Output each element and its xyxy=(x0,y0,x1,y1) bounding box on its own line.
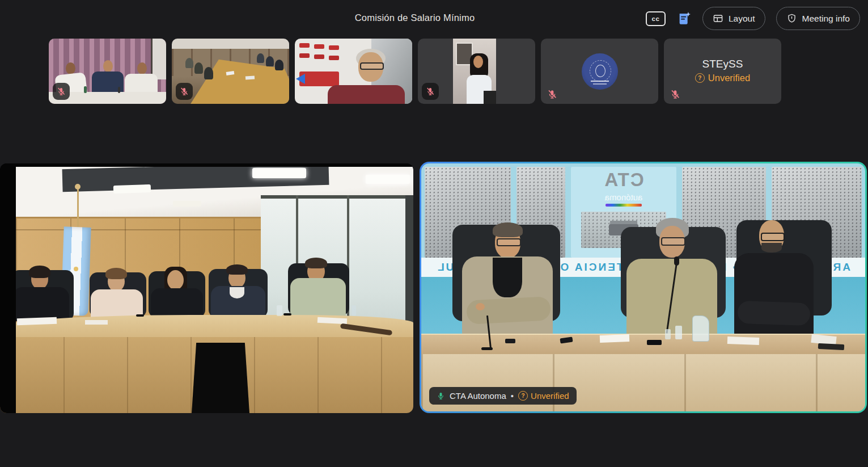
bottle xyxy=(118,87,120,93)
unverified-badge: ? Unverified xyxy=(664,73,781,83)
foreground-object xyxy=(484,91,496,104)
unverified-badge-label: Unverified xyxy=(531,391,569,401)
question-circle-icon: ? xyxy=(695,73,705,83)
video-letterbox-left xyxy=(0,163,16,413)
participant-name: CTA Autonoma xyxy=(450,391,506,401)
muted-mic-badge xyxy=(53,83,70,100)
person-glasses xyxy=(661,237,685,246)
logo-row-mark xyxy=(329,56,339,60)
logo-row-mark xyxy=(299,53,310,58)
window-edge xyxy=(405,195,413,328)
person-hair xyxy=(105,268,127,279)
thumb-tile-cta-speaker[interactable] xyxy=(295,39,412,104)
speaker-torso xyxy=(328,85,405,104)
seal-text-line xyxy=(591,81,609,82)
top-bar: Comisión de Salario Mínimo cc Layout Mee… xyxy=(0,0,868,37)
phone xyxy=(505,339,515,343)
take-notes-gemini-icon[interactable] xyxy=(676,11,692,26)
person-torso xyxy=(290,278,346,318)
seal-emblem xyxy=(595,65,606,77)
table-mic-base xyxy=(481,347,493,350)
person-blob xyxy=(185,58,193,68)
water-pitcher xyxy=(692,315,709,342)
logo-row-mark xyxy=(314,44,324,49)
banner-fragment: ETENCIA OB xyxy=(549,261,632,274)
mic-off-icon xyxy=(426,87,435,96)
table-mic xyxy=(283,313,291,315)
seal-text-line xyxy=(593,83,607,85)
logo-row-mark xyxy=(329,45,339,50)
muted-mic-badge xyxy=(422,83,439,100)
cta-video: CTA autónoma ARZO • LA ETENCIA OB OPUL xyxy=(421,163,865,411)
wiphala-strip xyxy=(606,204,642,207)
logo-row-mark xyxy=(299,43,310,48)
mic-off-icon xyxy=(180,87,189,96)
water-glass xyxy=(352,305,356,315)
layout-button-label: Layout xyxy=(729,14,755,24)
ceiling-light xyxy=(252,168,306,178)
window-strip xyxy=(151,39,166,79)
meeting-info-button[interactable]: Meeting info xyxy=(776,7,860,30)
person-head xyxy=(66,62,75,74)
person-torso xyxy=(12,287,69,321)
cta-logo-triangle xyxy=(296,74,305,84)
person-head xyxy=(473,56,483,68)
meet-window: Comisión de Salario Mínimo cc Layout Mee… xyxy=(0,0,868,467)
person-blob xyxy=(194,62,203,74)
water-glass xyxy=(675,326,682,339)
person-glasses xyxy=(497,238,521,246)
flag-sun xyxy=(74,267,78,271)
person-hair xyxy=(305,258,327,268)
person-head xyxy=(137,62,147,74)
table-paper xyxy=(85,320,108,325)
muted-mic-icon xyxy=(547,89,557,99)
cta-logo-text: CTA xyxy=(603,169,643,191)
water-glass xyxy=(277,305,282,316)
separator-dot: • xyxy=(511,391,514,401)
unverified-badge-label: Unverified xyxy=(708,73,750,83)
speaker-glasses xyxy=(360,62,384,70)
person-head xyxy=(167,270,184,290)
stage-tile-meeting-room[interactable] xyxy=(0,163,413,413)
crossed-arms xyxy=(737,301,810,326)
person-blob xyxy=(266,56,274,66)
paper-sheet xyxy=(727,336,759,345)
cta-logo-subtext: autónoma xyxy=(605,192,643,202)
mic-off-icon xyxy=(547,89,557,99)
phone xyxy=(647,340,662,345)
person-beard xyxy=(761,243,782,253)
layout-button[interactable]: Layout xyxy=(702,7,765,30)
top-bar-controls: cc Layout Meeting info xyxy=(646,7,860,30)
person-hair xyxy=(493,222,523,237)
mic-on-icon xyxy=(437,392,445,400)
participant-name: STEySS xyxy=(664,58,781,70)
layout-grid-icon xyxy=(713,13,723,24)
stage-tile-cta-autonoma-active[interactable]: CTA autónoma ARZO • LA ETENCIA OB OPUL xyxy=(420,162,867,413)
thumb-tile-curtain-room[interactable] xyxy=(49,39,166,104)
muted-mic-icon xyxy=(670,89,680,99)
microphone-head xyxy=(674,256,679,266)
mic-off-icon xyxy=(670,89,680,99)
question-circle-icon: ? xyxy=(518,391,528,401)
person-head xyxy=(103,60,113,72)
unverified-badge: ? Unverified xyxy=(518,391,569,401)
captions-icon[interactable]: cc xyxy=(646,11,666,26)
shirt-inner xyxy=(493,258,522,297)
cta-big-logo xyxy=(299,71,339,86)
thumb-tile-steyss[interactable]: STEySS ? Unverified xyxy=(664,39,781,104)
shield-info-icon xyxy=(786,13,797,24)
crossed-arms xyxy=(466,296,551,325)
person-hair xyxy=(226,264,248,275)
participant-filmstrip: STEySS ? Unverified xyxy=(49,39,781,104)
ceiling-light xyxy=(173,201,201,207)
thumb-tile-portrait-remote[interactable] xyxy=(418,39,535,104)
person-glasses xyxy=(761,233,785,241)
person-blob xyxy=(257,53,264,63)
ceiling-light xyxy=(113,184,151,193)
thumb-tile-boardroom[interactable] xyxy=(172,39,289,104)
logo-row-mark xyxy=(314,54,324,59)
flag-finial xyxy=(75,184,81,190)
bottle xyxy=(84,86,87,93)
shirt-collar xyxy=(230,287,244,298)
thumb-tile-ministry-avatar[interactable] xyxy=(541,39,658,104)
